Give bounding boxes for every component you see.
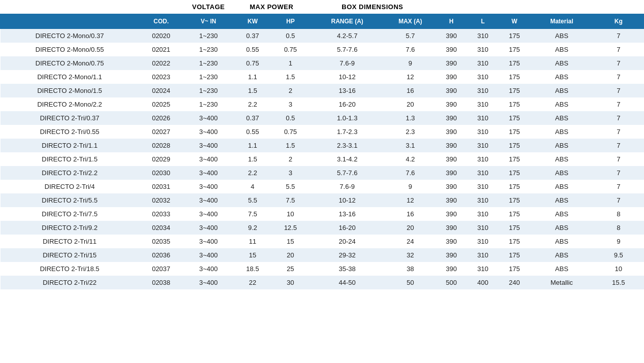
table-row: DIRECTO 2-Tri/15020363~400152029-3232390… [1, 248, 644, 262]
cell-l: 310 [467, 193, 498, 207]
cell-h: 390 [435, 70, 467, 84]
cell-range: 1.7-2.3 [310, 125, 385, 139]
cell-volt: 3~400 [183, 235, 233, 248]
cat-weight [593, 0, 644, 14]
cell-max: 20 [385, 97, 435, 111]
cell-h: 390 [435, 235, 467, 248]
cell-max: 32 [385, 248, 435, 262]
cell-kw: 0.55 [233, 43, 272, 56]
cell-hp: 2 [272, 152, 310, 166]
cell-w: 175 [499, 84, 530, 97]
cell-w: 175 [499, 111, 530, 125]
cell-w: 175 [499, 235, 530, 248]
cell-mat: ABS [530, 111, 593, 125]
cat-voltage: VOLTAGE [183, 0, 233, 14]
cell-volt: 3~400 [183, 139, 233, 152]
cell-l: 310 [467, 97, 498, 111]
cell-name: DIRECTO 2-Tri/5.5 [1, 193, 139, 207]
cell-hp: 1.5 [272, 70, 310, 84]
cell-name: DIRECTO 2-Tri/0.55 [1, 125, 139, 139]
sub-header-row: COD. V~ IN KW HP RANGE (A) MAX (A) H L W… [1, 14, 644, 29]
cell-max: 9 [385, 56, 435, 70]
cell-max: 12 [385, 70, 435, 84]
cell-hp: 7.5 [272, 193, 310, 207]
cell-mat: Metallic [530, 276, 593, 289]
cell-l: 310 [467, 139, 498, 152]
cell-volt: 3~400 [183, 166, 233, 180]
cell-kw: 22 [233, 276, 272, 289]
cell-mat: ABS [530, 84, 593, 97]
cell-mat: ABS [530, 207, 593, 221]
cell-l: 310 [467, 70, 498, 84]
cell-h: 390 [435, 125, 467, 139]
cell-mat: ABS [530, 139, 593, 152]
cell-volt: 3~400 [183, 262, 233, 276]
cell-l: 310 [467, 29, 498, 43]
cat-boxdim-start [435, 0, 593, 14]
cell-mat: ABS [530, 193, 593, 207]
cell-cod: 02020 [139, 29, 183, 43]
cell-h: 390 [435, 29, 467, 43]
cell-name: DIRECTO 2-Mono/0.75 [1, 56, 139, 70]
cell-mat: ABS [530, 248, 593, 262]
cell-w: 175 [499, 180, 530, 193]
cell-h: 390 [435, 207, 467, 221]
cell-max: 4.2 [385, 152, 435, 166]
cell-max: 9 [385, 180, 435, 193]
cell-h: 390 [435, 43, 467, 56]
cell-volt: 3~400 [183, 207, 233, 221]
cell-volt: 1~230 [183, 70, 233, 84]
cell-l: 310 [467, 248, 498, 262]
cell-cod: 02028 [139, 139, 183, 152]
cell-w: 175 [499, 166, 530, 180]
cell-range: 16-20 [310, 221, 385, 235]
cell-kw: 2.2 [233, 97, 272, 111]
cell-name: DIRECTO 2-Tri/11 [1, 235, 139, 248]
cell-name: DIRECTO 2-Tri/1.1 [1, 139, 139, 152]
cell-volt: 3~400 [183, 248, 233, 262]
cell-w: 175 [499, 262, 530, 276]
cell-hp: 2 [272, 84, 310, 97]
cell-mat: ABS [530, 180, 593, 193]
cell-hp: 15 [272, 235, 310, 248]
cell-w: 175 [499, 56, 530, 70]
cell-h: 390 [435, 84, 467, 97]
cell-max: 7.6 [385, 43, 435, 56]
cell-range: 20-24 [310, 235, 385, 248]
cell-name: DIRECTO 2-Tri/4 [1, 180, 139, 193]
cell-cod: 02026 [139, 111, 183, 125]
cell-h: 390 [435, 221, 467, 235]
cell-name: DIRECTO 2-Tri/15 [1, 248, 139, 262]
cell-name: DIRECTO 2-Tri/18.5 [1, 262, 139, 276]
subh-volt: V~ IN [183, 14, 233, 29]
subh-cod: COD. [139, 14, 183, 29]
cell-kg: 7 [593, 166, 644, 180]
cell-mat: ABS [530, 56, 593, 70]
cell-kg: 7 [593, 29, 644, 43]
cell-volt: 1~230 [183, 84, 233, 97]
cell-kw: 1.1 [233, 70, 272, 84]
cell-kg: 7 [593, 111, 644, 125]
cell-hp: 0.5 [272, 111, 310, 125]
cell-name: DIRECTO 2-Mono/0.37 [1, 29, 139, 43]
cell-h: 390 [435, 152, 467, 166]
subh-mat: Material [530, 14, 593, 29]
cell-kw: 7.5 [233, 207, 272, 221]
cell-cod: 02032 [139, 193, 183, 207]
cat-empty-cod [139, 0, 183, 14]
cell-kg: 9 [593, 235, 644, 248]
cell-kg: 15.5 [593, 276, 644, 289]
cell-range: 10-12 [310, 193, 385, 207]
cell-kg: 7 [593, 56, 644, 70]
table-row: DIRECTO 2-Mono/1.5020241~2301.5213-16163… [1, 84, 644, 97]
cell-name: DIRECTO 2-Tri/9.2 [1, 221, 139, 235]
product-table: VOLTAGE MAX POWER BOX DIMENSIONS COD. V~… [0, 0, 644, 289]
cell-l: 310 [467, 152, 498, 166]
table-row: DIRECTO 2-Tri/7.5020333~4007.51013-16163… [1, 207, 644, 221]
cell-range: 7.6-9 [310, 56, 385, 70]
cell-w: 175 [499, 29, 530, 43]
cell-volt: 3~400 [183, 276, 233, 289]
table-row: DIRECTO 2-Tri/22020383~400223044-5050500… [1, 276, 644, 289]
cell-h: 390 [435, 97, 467, 111]
cell-kw: 5.5 [233, 193, 272, 207]
